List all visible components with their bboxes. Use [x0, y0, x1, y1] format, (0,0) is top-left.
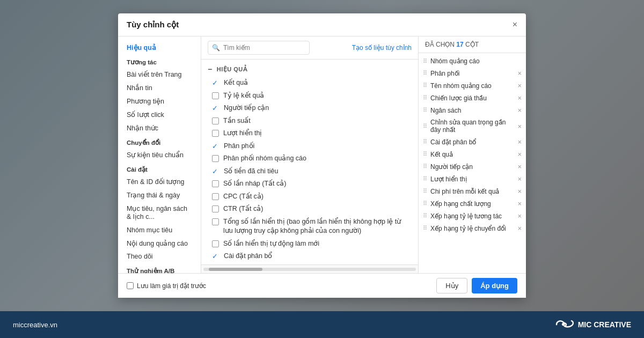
sidebar-item-bai-viet[interactable]: Bài viết trên Trang	[118, 68, 201, 81]
check-item-so-lan-nhap[interactable]: Số lần nháp (Tất cả)	[201, 178, 418, 190]
remove-luot-hien-thi-button[interactable]: ×	[517, 175, 522, 183]
save-checkbox-area: Lưu làm giá trị đặt trước	[127, 282, 206, 290]
check-item-ket-qua[interactable]: ✓ Kết quả	[201, 77, 418, 90]
drag-icon: ⠿	[423, 200, 427, 207]
drag-icon: ⠿	[423, 151, 427, 158]
check-item-text-tan-suat: Tần suất	[223, 116, 251, 126]
create-custom-link[interactable]: Tạo số liệu tùy chỉnh	[352, 44, 412, 52]
check-item-cpc[interactable]: CPC (Tất cả)	[201, 190, 418, 203]
remove-xep-hang-cd-button[interactable]: ×	[517, 224, 522, 232]
selected-item-text: Xếp hạng tỷ lệ tương tác	[430, 212, 514, 220]
check-item-nguoi-tiep-can[interactable]: ✓ Người tiếp cận	[201, 102, 418, 115]
check-item-phan-phoi[interactable]: ✓ Phân phối	[201, 140, 418, 153]
checkbox-tong-so-lan	[212, 218, 219, 225]
selected-item-text: Ngân sách	[430, 107, 514, 114]
remove-chi-phi-button[interactable]: ×	[517, 187, 522, 195]
footer-buttons: Hủy Áp dụng	[436, 278, 517, 293]
remove-nguoi-tiep-can-button[interactable]: ×	[517, 163, 522, 171]
drag-icon: ⠿	[423, 225, 427, 232]
selected-item-text: Chỉnh sửa quan trọng gần đây nhất	[430, 119, 514, 134]
selected-item-chinh-sua: ⠿ Chỉnh sửa quan trọng gần đây nhất ×	[419, 116, 526, 136]
check-item-text-cai-dat-phan-bo: Cài đặt phân bổ	[224, 252, 272, 261]
apply-button[interactable]: Áp dụng	[472, 278, 517, 293]
remove-chinh-sua-button[interactable]: ×	[517, 122, 522, 130]
checkbox-cpc	[212, 193, 219, 200]
remove-xep-hang-cl-button[interactable]: ×	[517, 200, 522, 208]
cancel-button[interactable]: Hủy	[436, 278, 467, 293]
drag-icon: ⠿	[423, 175, 427, 182]
check-item-phan-phoi-nhom[interactable]: Phân phối nhóm quảng cáo	[201, 152, 418, 165]
remove-ngan-sach-button[interactable]: ×	[517, 106, 522, 114]
save-checkbox[interactable]	[127, 282, 134, 289]
search-bar: 🔍 Tạo số liệu tùy chỉnh	[201, 36, 418, 60]
checkbox-luot-hien-thi	[212, 130, 219, 137]
sidebar-item-nhan-thuc[interactable]: Nhận thức	[118, 121, 201, 135]
sidebar-item-ten-id[interactable]: Tên & ID đối tượng	[118, 175, 201, 188]
selected-item-text: Cài đặt phân bổ	[430, 138, 514, 146]
check-item-ctr[interactable]: CTR (Tất cả)	[201, 203, 418, 216]
sidebar-item-nhan-tin[interactable]: Nhắn tin	[118, 81, 201, 94]
checkmark-cai-dat-phan-bo: ✓	[212, 252, 219, 260]
remove-phan-phoi-button[interactable]: ×	[517, 69, 522, 77]
selected-item-ket-qua: ⠿ Kết quả ×	[419, 148, 526, 160]
save-label: Lưu làm giá trị đặt trước	[137, 282, 206, 290]
modal-body: Hiệu quả Tương tác Bài viết trên Trang N…	[118, 36, 526, 273]
middle-content: 🔍 Tạo số liệu tùy chỉnh − HIỆU QUẢ ✓	[201, 36, 419, 273]
check-item-text-phan-phoi-nhom: Phân phối nhóm quảng cáo	[223, 154, 306, 164]
selected-item-text: Chi phí trên mỗi kết quả	[430, 188, 514, 195]
checkbox-so-lan-hien-thi-tu-dong	[212, 240, 219, 247]
drag-icon: ⠿	[423, 82, 427, 89]
selected-item-nhom-quang-cao: ⠿ Nhóm quảng cáo	[419, 55, 526, 67]
check-item-ty-le-ket-qua[interactable]: Tỷ lệ kết quả	[201, 90, 418, 102]
check-item-tan-suat[interactable]: Tần suất	[201, 115, 418, 128]
remove-xep-hang-tt-button[interactable]: ×	[517, 212, 522, 220]
search-input[interactable]	[208, 41, 310, 55]
sidebar-item-su-kien[interactable]: Sự kiện tiêu chuẩn	[118, 148, 201, 161]
modal-close-button[interactable]: ×	[513, 20, 517, 29]
scrollbar-thumb	[209, 268, 262, 271]
check-item-text-nguoi-tiep-can: Người tiếp cận	[224, 104, 269, 113]
selected-item-xep-hang-tt: ⠿ Xếp hạng tỷ lệ tương tác ×	[419, 210, 526, 222]
drag-icon: ⠿	[423, 107, 427, 114]
modal-header: Tùy chỉnh cột ×	[118, 13, 526, 36]
check-item-so-lan-hien-thi-tu-dong[interactable]: Số lần hiển thị tự động làm mới	[201, 238, 418, 251]
remove-ket-qua-button[interactable]: ×	[517, 150, 522, 158]
brand-label: MIC CREATIVE	[578, 320, 631, 329]
modal-footer: Lưu làm giá trị đặt trước Hủy Áp dụng	[118, 273, 526, 298]
check-item-luot-hien-thi[interactable]: Lượt hiển thị	[201, 127, 418, 140]
drag-icon: ⠿	[423, 163, 427, 170]
sidebar-item-hieu-qua[interactable]: Hiệu quả	[118, 41, 201, 54]
sidebar-item-theo-doi[interactable]: Theo dõi	[118, 250, 201, 263]
remove-ten-nhom-button[interactable]: ×	[517, 82, 522, 90]
mic-logo-icon	[554, 319, 574, 330]
sidebar-item-nhom-muc-tieu[interactable]: Nhóm mục tiêu	[118, 223, 201, 237]
selected-item-text: Kết quả	[430, 151, 514, 158]
horizontal-scrollbar[interactable]	[201, 264, 418, 273]
check-item-text-ctr: CTR (Tất cả)	[223, 204, 263, 214]
selected-item-text: Lượt hiển thị	[430, 175, 514, 183]
search-icon: 🔍	[212, 44, 220, 52]
customize-columns-modal: Tùy chỉnh cột × Hiệu quả Tương tác Bài v…	[118, 13, 526, 298]
checkmark-ket-qua: ✓	[212, 79, 219, 87]
check-item-so-tien[interactable]: ✓ Số tiền đã chi tiêu	[201, 165, 418, 178]
remove-cai-dat-button[interactable]: ×	[517, 138, 522, 146]
sidebar-item-so-luot-click[interactable]: Số lượt click	[118, 108, 201, 121]
check-item-tong-so-lan[interactable]: Tổng số lần hiển thị (bao gồm lần hiển t…	[201, 216, 418, 238]
sidebar-item-trang-thai[interactable]: Trạng thái & ngày	[118, 188, 201, 202]
sidebar-item-phuong-tien[interactable]: Phương tiện	[118, 94, 201, 108]
check-item-cai-dat-phan-bo[interactable]: ✓ Cài đặt phân bổ	[201, 250, 418, 263]
sidebar-item-noi-dung[interactable]: Nội dung quảng cáo	[118, 237, 201, 250]
drag-icon: ⠿	[423, 123, 427, 130]
checkmark-phan-phoi: ✓	[212, 142, 219, 150]
collapse-icon[interactable]: −	[208, 65, 213, 74]
sidebar-section-cai-dat: Cài đặt	[118, 161, 201, 175]
checkbox-so-lan-nhap	[212, 180, 219, 187]
selected-item-chi-phi: ⠿ Chi phí trên mỗi kết quả ×	[419, 185, 526, 197]
check-item-text-so-lan-hien-thi-tu-dong: Số lần hiển thị tự động làm mới	[223, 239, 319, 249]
selected-item-xep-hang-cd: ⠿ Xếp hạng tỷ lệ chuyển đổi ×	[419, 222, 526, 234]
checkbox-phan-phoi-nhom	[212, 155, 219, 162]
section-label: HIỆU QUẢ	[217, 66, 248, 73]
checkmark-so-tien: ✓	[212, 167, 219, 175]
sidebar-item-muc-tieu[interactable]: Mục tiêu, ngân sách & lịch c...	[118, 202, 201, 223]
remove-chien-luoc-button[interactable]: ×	[517, 94, 522, 102]
